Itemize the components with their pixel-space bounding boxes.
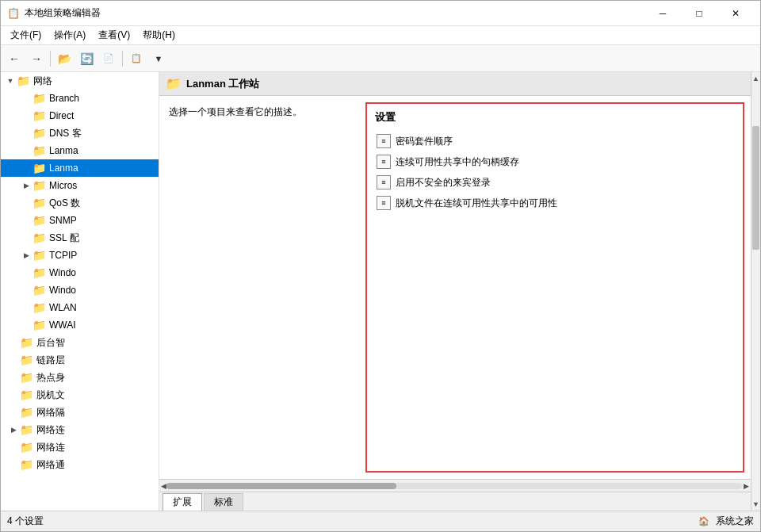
folder-icon: 📁 bbox=[20, 441, 34, 454]
settings-item-cipher[interactable]: ≡ 密码套件顺序 bbox=[375, 131, 735, 151]
expand-icon: ▶ bbox=[20, 251, 33, 259]
folder-button[interactable]: 📂 bbox=[54, 48, 75, 69]
title-bar: 📋 本地组策略编辑器 ─ □ ✕ bbox=[1, 1, 760, 26]
sidebar-item-offline[interactable]: 📁 脱机文 bbox=[1, 386, 159, 404]
sidebar-item-label: 网络通 bbox=[36, 458, 65, 472]
sidebar-item-label: 网络 bbox=[33, 75, 52, 88]
sidebar-item-label: 网络隔 bbox=[36, 406, 65, 419]
sidebar-item-wwai[interactable]: 📁 WWAI bbox=[1, 316, 159, 334]
sidebar-item-label: Branch bbox=[49, 93, 79, 104]
sidebar-item-label: Lanma bbox=[49, 163, 78, 174]
sidebar-item-micros[interactable]: ▶ 📁 Micros bbox=[1, 177, 159, 194]
sidebar-item-branch[interactable]: 📁 Branch bbox=[1, 90, 159, 107]
folder-icon: 📁 bbox=[33, 301, 47, 314]
scroll-thumb[interactable] bbox=[752, 126, 759, 250]
folder-icon: 📁 bbox=[33, 284, 47, 297]
sidebar-item-lanma2[interactable]: 📁 Lanma bbox=[1, 159, 159, 177]
sidebar-item-netconn2[interactable]: 📁 网络连 bbox=[1, 438, 159, 456]
forward-button[interactable]: → bbox=[26, 48, 47, 69]
sidebar-item-label: 热点身 bbox=[36, 371, 65, 385]
window-controls: ─ □ ✕ bbox=[644, 1, 754, 26]
toolbar-separator-1 bbox=[50, 51, 51, 67]
tab-expand[interactable]: 扩展 bbox=[163, 493, 202, 511]
folder-icon: 📁 bbox=[33, 144, 47, 157]
sidebar-item-label: DNS 客 bbox=[49, 127, 82, 140]
sidebar-item-label: 后台智 bbox=[36, 336, 65, 350]
sidebar-item-link[interactable]: 📁 链路层 bbox=[1, 351, 159, 369]
folder-icon: 📁 bbox=[33, 127, 47, 140]
settings-item-label: 连续可用性共享中的句柄缓存 bbox=[396, 155, 519, 169]
sidebar-item-ssl[interactable]: 📁 SSL 配 bbox=[1, 229, 159, 247]
folder-icon: 📁 bbox=[20, 354, 34, 366]
folder-icon: 📁 bbox=[20, 336, 34, 349]
sidebar-item-label: SSL 配 bbox=[49, 232, 79, 245]
menu-action[interactable]: 操作(A) bbox=[48, 27, 92, 44]
scroll-down-arrow[interactable]: ▼ bbox=[751, 498, 760, 511]
properties-button[interactable]: 📋 bbox=[126, 48, 147, 69]
settings-item-guest-login[interactable]: ≡ 启用不安全的来宾登录 bbox=[375, 172, 735, 193]
scrollbar-thumb[interactable] bbox=[166, 483, 396, 489]
settings-item-icon: ≡ bbox=[377, 175, 391, 189]
sidebar-item-background[interactable]: 📁 后台智 bbox=[1, 334, 159, 351]
scroll-left-arrow[interactable]: ◀ bbox=[161, 482, 166, 490]
settings-item-offline-avail[interactable]: ≡ 脱机文件在连续可用性共享中的可用性 bbox=[375, 193, 735, 213]
sidebar-item-tcpip[interactable]: ▶ 📁 TCPIP bbox=[1, 247, 159, 264]
panel-header: 📁 Lanman 工作站 bbox=[159, 72, 751, 96]
folder-icon: 📁 bbox=[20, 406, 34, 419]
panel-title: Lanman 工作站 bbox=[186, 77, 259, 91]
sidebar-item-hotspot[interactable]: 📁 热点身 bbox=[1, 369, 159, 386]
panel-body: 选择一个项目来查看它的描述。 设置 ≡ 密码套件顺序 ≡ bbox=[159, 96, 751, 479]
sidebar-item-wlan[interactable]: 📁 WLAN bbox=[1, 299, 159, 316]
refresh-button[interactable]: 🔄 bbox=[76, 48, 97, 69]
maximize-button[interactable]: □ bbox=[681, 1, 717, 26]
sidebar-item-netconn1[interactable]: ▶ 📁 网络连 bbox=[1, 421, 159, 438]
back-button[interactable]: ← bbox=[4, 48, 25, 69]
close-button[interactable]: ✕ bbox=[717, 1, 754, 26]
expand-icon: ▶ bbox=[20, 182, 33, 189]
filter-button[interactable]: ▼ bbox=[148, 48, 169, 69]
scroll-right-arrow[interactable]: ▶ bbox=[744, 482, 749, 490]
sidebar-item-windo2[interactable]: 📁 Windo bbox=[1, 281, 159, 299]
folder-icon: 📁 bbox=[33, 266, 47, 279]
folder-icon: 📁 bbox=[33, 232, 47, 244]
scrollbar-track[interactable] bbox=[166, 483, 742, 489]
description-text: 选择一个项目来查看它的描述。 bbox=[169, 106, 302, 117]
menu-file[interactable]: 文件(F) bbox=[4, 27, 48, 44]
scroll-track[interactable] bbox=[751, 85, 760, 498]
sidebar-item-windo1[interactable]: 📁 Windo bbox=[1, 264, 159, 281]
sidebar-item-label: 脱机文 bbox=[36, 388, 65, 402]
app-icon: 📋 bbox=[7, 7, 20, 20]
settings-item-handle-cache[interactable]: ≡ 连续可用性共享中的句柄缓存 bbox=[375, 151, 735, 172]
scroll-up-arrow[interactable]: ▲ bbox=[751, 72, 760, 85]
menu-help[interactable]: 帮助(H) bbox=[136, 27, 182, 44]
sidebar-item-netiso[interactable]: 📁 网络隔 bbox=[1, 404, 159, 421]
toolbar: ← → 📂 🔄 📄 📋 ▼ bbox=[1, 45, 760, 72]
settings-item-label: 脱机文件在连续可用性共享中的可用性 bbox=[396, 197, 557, 210]
sidebar-item-snmp[interactable]: 📁 SNMP bbox=[1, 212, 159, 229]
sidebar-item-qos[interactable]: 📁 QoS 数 bbox=[1, 194, 159, 212]
sidebar-item-netcomm[interactable]: 📁 网络通 bbox=[1, 456, 159, 473]
folder-icon: 📁 bbox=[33, 214, 47, 227]
folder-icon: 📁 bbox=[33, 109, 47, 122]
settings-item-icon: ≡ bbox=[377, 196, 391, 210]
sidebar-tree: ▼ 📁 网络 📁 Branch 📁 Direct 📁 DNS 客 bbox=[1, 72, 159, 511]
sidebar-item-network[interactable]: ▼ 📁 网络 bbox=[1, 72, 159, 90]
folder-icon: 📁 bbox=[33, 179, 47, 192]
folder-icon: 📁 bbox=[33, 162, 47, 174]
sidebar-item-label: TCPIP bbox=[49, 250, 77, 261]
tab-standard[interactable]: 标准 bbox=[204, 493, 243, 511]
sidebar-item-dns[interactable]: 📁 DNS 客 bbox=[1, 124, 159, 142]
sidebar-item-label: Lanma bbox=[49, 145, 78, 156]
sidebar-item-label: 链路层 bbox=[36, 354, 65, 367]
sidebar-item-direct[interactable]: 📁 Direct bbox=[1, 107, 159, 124]
export-button[interactable]: 📄 bbox=[98, 48, 119, 69]
right-scrollbar[interactable]: ▲ ▼ bbox=[751, 72, 760, 511]
minimize-button[interactable]: ─ bbox=[644, 1, 681, 26]
status-count: 4 个设置 bbox=[7, 515, 44, 528]
folder-icon: 📁 bbox=[33, 249, 47, 262]
horizontal-scrollbar[interactable]: ◀ ▶ bbox=[159, 479, 751, 492]
sidebar-item-lanma1[interactable]: 📁 Lanma bbox=[1, 142, 159, 159]
menu-view[interactable]: 查看(V) bbox=[92, 27, 136, 44]
tab-bar: 扩展 标准 bbox=[159, 492, 751, 511]
folder-icon: 📁 bbox=[20, 423, 34, 436]
